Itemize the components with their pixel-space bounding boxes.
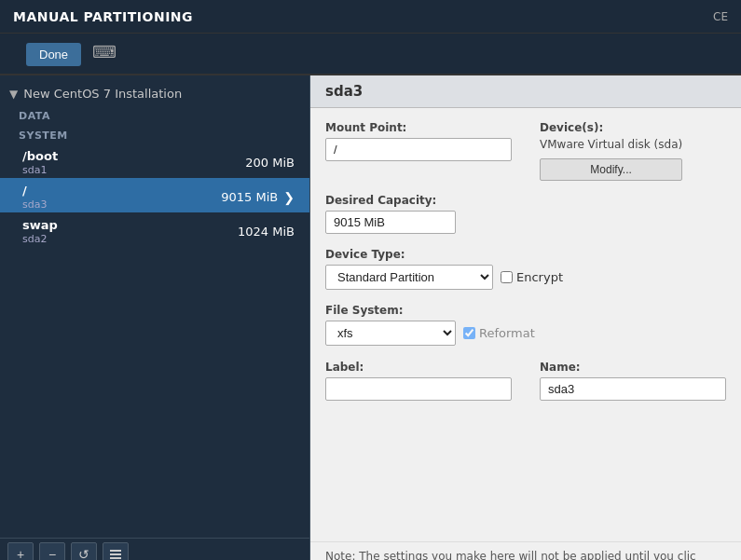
svg-rect-1 <box>110 553 121 555</box>
form-group-name: Name: <box>540 361 726 401</box>
modify-button[interactable]: Modify... <box>540 158 682 181</box>
partition-item-root[interactable]: / sda3 9015 MiB ❯ <box>0 178 309 212</box>
filesystem-inline: xfs ext4 ext3 ext2 swap vfat Reformat <box>325 321 726 346</box>
main-layout: ▼ New CentOS 7 Installation DATA SYSTEM … <box>0 75 741 560</box>
form-group-label: Label: <box>325 361 512 401</box>
label-input[interactable] <box>325 377 512 401</box>
file-system-label: File System: <box>325 304 404 317</box>
add-partition-button[interactable]: + <box>7 542 34 560</box>
partition-root-size: 9015 MiB <box>221 190 278 204</box>
desired-capacity-label: Desired Capacity: <box>325 194 456 207</box>
name-field-label: Name: <box>540 361 726 374</box>
configure-button[interactable] <box>103 542 129 560</box>
encrypt-checkbox-label[interactable]: Encrypt <box>501 270 563 284</box>
partition-root-right: 9015 MiB ❯ <box>221 190 295 205</box>
desired-capacity-input[interactable] <box>325 211 456 234</box>
sidebar: ▼ New CentOS 7 Installation DATA SYSTEM … <box>0 75 310 560</box>
partition-item-swap[interactable]: swap sda2 1024 MiB <box>0 212 309 247</box>
partition-swap-mount: swap <box>22 218 58 232</box>
partition-boot-mount: /boot <box>22 149 58 163</box>
tree-root-text: New CentOS 7 Installation <box>23 87 182 101</box>
partition-root-info: / sda3 <box>22 184 47 211</box>
header: MANUAL PARTITIONING CE <box>0 0 741 34</box>
form-row-capacity: Desired Capacity: <box>325 194 726 234</box>
device-type-label: Device Type: <box>325 248 405 261</box>
section-system-label: SYSTEM <box>0 124 309 143</box>
device-type-select[interactable]: Standard Partition LVM LVM Thin Provisio… <box>325 265 493 290</box>
file-system-select[interactable]: xfs ext4 ext3 ext2 swap vfat <box>325 321 456 346</box>
keyboard-icon: ⌨ <box>92 42 117 61</box>
reformat-checkbox-label[interactable]: Reformat <box>463 326 535 340</box>
form-row-filesystem: File System: xfs ext4 ext3 ext2 swap vfa… <box>325 303 726 346</box>
detail-wrapper: sda3 Mount Point: Device(s): VMware Virt… <box>310 75 741 560</box>
sidebar-content: ▼ New CentOS 7 Installation DATA SYSTEM … <box>0 75 309 538</box>
refresh-button[interactable]: ↺ <box>71 542 97 560</box>
reformat-label-text: Reformat <box>479 326 535 340</box>
done-button[interactable]: Done <box>26 43 81 66</box>
tree-root-label: ▼ New CentOS 7 Installation <box>0 83 309 104</box>
detail-header: sda3 <box>310 75 741 108</box>
devices-label: Device(s): <box>540 121 682 134</box>
devices-value: VMware Virtual disk (sda) <box>540 138 682 151</box>
device-type-inline: Standard Partition LVM LVM Thin Provisio… <box>325 265 726 290</box>
svg-rect-0 <box>110 550 121 552</box>
top-bar: Done ⌨ <box>0 34 741 75</box>
header-right-label: CE <box>713 10 728 23</box>
filesystem-label-wrapper: File System: <box>325 303 726 317</box>
form-row-device-type: Device Type: Standard Partition LVM LVM … <box>325 247 726 290</box>
partition-boot-right: 200 MiB <box>245 156 295 170</box>
partition-swap-right: 1024 MiB <box>238 225 295 239</box>
name-input[interactable] <box>540 377 726 401</box>
encrypt-label-text: Encrypt <box>516 270 563 284</box>
partition-root-arrow-icon: ❯ <box>283 190 295 205</box>
form-group-devices: Device(s): VMware Virtual disk (sda) Mod… <box>540 121 682 181</box>
partition-swap-info: swap sda2 <box>22 218 58 245</box>
encrypt-checkbox[interactable] <box>501 271 513 283</box>
reformat-checkbox[interactable] <box>463 327 475 339</box>
remove-partition-button[interactable]: − <box>39 542 65 560</box>
partition-item-boot[interactable]: /boot sda1 200 MiB <box>0 143 309 178</box>
tree-expand-icon: ▼ <box>9 88 18 101</box>
device-type-label-wrapper: Device Type: <box>325 247 726 261</box>
sidebar-toolbar: + − ↺ <box>0 538 309 560</box>
detail-body: Mount Point: Device(s): VMware Virtual d… <box>310 108 741 427</box>
partition-boot-info: /boot sda1 <box>22 149 58 176</box>
tree-root: ▼ New CentOS 7 Installation DATA SYSTEM … <box>0 75 309 254</box>
partition-root-mount: / <box>22 184 47 198</box>
partition-swap-dev: sda2 <box>22 233 58 245</box>
partition-boot-size: 200 MiB <box>245 156 295 170</box>
label-field-label: Label: <box>325 361 512 374</box>
note-bar: Note: The settings you make here will no… <box>310 541 741 560</box>
partition-swap-size: 1024 MiB <box>238 225 295 239</box>
form-group-capacity: Desired Capacity: <box>325 194 456 234</box>
detail-scroll: sda3 Mount Point: Device(s): VMware Virt… <box>310 75 741 541</box>
svg-rect-2 <box>110 557 121 559</box>
form-group-mount: Mount Point: <box>325 121 512 181</box>
configure-icon <box>109 548 122 560</box>
mount-point-input[interactable] <box>325 138 512 161</box>
note-text: Note: The settings you make here will no… <box>325 550 696 560</box>
partition-boot-dev: sda1 <box>22 164 58 176</box>
form-row-label-name: Label: Name: <box>325 361 726 401</box>
mount-point-label: Mount Point: <box>325 121 512 134</box>
page-title: MANUAL PARTITIONING <box>13 9 193 24</box>
partition-root-dev: sda3 <box>22 198 47 211</box>
section-data-label: DATA <box>0 104 309 124</box>
form-row-mount-device: Mount Point: Device(s): VMware Virtual d… <box>325 121 726 181</box>
